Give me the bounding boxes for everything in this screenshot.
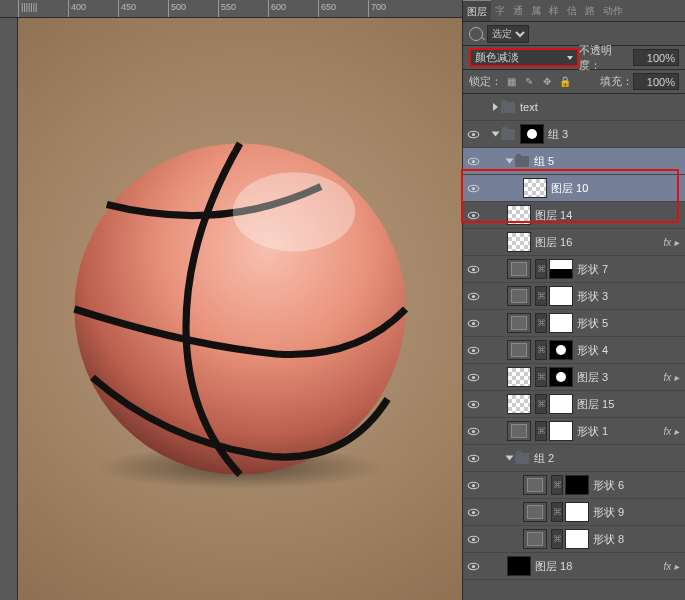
fx-badge[interactable]: fx ▸ (663, 561, 679, 572)
link-icon[interactable]: ⌘ (535, 394, 547, 414)
visibility-toggle[interactable] (463, 479, 483, 492)
fill-input[interactable]: 100% (633, 73, 679, 90)
layer-name[interactable]: 形状 5 (577, 316, 608, 331)
link-icon[interactable]: ⌘ (535, 421, 547, 441)
visibility-toggle[interactable] (463, 425, 483, 438)
layer-mask-thumb[interactable] (565, 502, 589, 522)
tab-character[interactable]: 字 (491, 0, 509, 21)
layer-mask-thumb[interactable] (549, 259, 573, 279)
layer-thumb[interactable] (507, 286, 531, 306)
visibility-toggle[interactable] (463, 182, 483, 195)
link-icon[interactable]: ⌘ (535, 259, 547, 279)
layer-name[interactable]: 形状 4 (577, 343, 608, 358)
link-icon[interactable]: ⌘ (551, 502, 563, 522)
layer-thumb[interactable] (507, 556, 531, 576)
visibility-toggle[interactable] (463, 317, 483, 330)
layer-row[interactable]: ⌘形状 8 (463, 526, 685, 553)
visibility-toggle[interactable] (463, 560, 483, 573)
layer-mask-thumb[interactable] (549, 367, 573, 387)
opacity-input[interactable]: 100% (633, 49, 679, 66)
layer-name[interactable]: 组 5 (534, 154, 554, 169)
layer-thumb[interactable] (507, 340, 531, 360)
visibility-toggle[interactable] (463, 452, 483, 465)
blend-mode-select[interactable]: 颜色减淡 (469, 48, 579, 67)
layer-row[interactable]: 组 5 (463, 148, 685, 175)
visibility-toggle[interactable] (463, 290, 483, 303)
layer-mask-thumb[interactable] (549, 421, 573, 441)
link-icon[interactable]: ⌘ (535, 286, 547, 306)
layer-thumb[interactable] (523, 502, 547, 522)
visibility-toggle[interactable] (463, 155, 483, 168)
tab-styles[interactable]: 样 (545, 0, 563, 21)
layer-thumb[interactable] (507, 232, 531, 252)
layer-name[interactable]: 图层 10 (551, 181, 588, 196)
layer-name[interactable]: 图层 3 (577, 370, 608, 385)
link-icon[interactable]: ⌘ (551, 529, 563, 549)
lock-brush-icon[interactable]: ✎ (521, 74, 537, 90)
layer-thumb[interactable] (507, 259, 531, 279)
layer-row[interactable]: ⌘形状 7 (463, 256, 685, 283)
lock-move-icon[interactable]: ✥ (539, 74, 555, 90)
layer-row[interactable]: 图层 16fx ▸ (463, 229, 685, 256)
disclosure-triangle-icon[interactable] (506, 159, 514, 164)
fx-badge[interactable]: fx ▸ (663, 237, 679, 248)
layer-row[interactable]: ⌘形状 4 (463, 337, 685, 364)
visibility-toggle[interactable] (463, 209, 483, 222)
layer-mask-thumb[interactable] (549, 286, 573, 306)
layer-name[interactable]: 形状 6 (593, 478, 624, 493)
layer-thumb[interactable] (523, 475, 547, 495)
layer-name[interactable]: text (520, 101, 538, 113)
visibility-toggle[interactable] (463, 533, 483, 546)
layer-row[interactable]: 图层 18fx ▸ (463, 553, 685, 580)
layer-name[interactable]: 形状 8 (593, 532, 624, 547)
layers-list[interactable]: text组 3组 5图层 10图层 14图层 16fx ▸⌘形状 7⌘形状 3⌘… (463, 94, 685, 600)
layer-row[interactable]: ⌘图层 15 (463, 391, 685, 418)
layer-thumb[interactable] (507, 394, 531, 414)
tab-paragraph[interactable]: 通 (509, 0, 527, 21)
layer-thumb[interactable] (523, 529, 547, 549)
visibility-toggle[interactable] (463, 371, 483, 384)
tab-info[interactable]: 信 (563, 0, 581, 21)
link-icon[interactable]: ⌘ (535, 340, 547, 360)
search-icon[interactable] (469, 27, 483, 41)
layer-row[interactable]: 组 2 (463, 445, 685, 472)
layer-row[interactable]: ⌘形状 9 (463, 499, 685, 526)
layer-name[interactable]: 图层 14 (535, 208, 572, 223)
layer-name[interactable]: 组 3 (548, 127, 568, 142)
layer-thumb[interactable] (507, 421, 531, 441)
layer-row[interactable]: ⌘形状 3 (463, 283, 685, 310)
layer-name[interactable]: 形状 3 (577, 289, 608, 304)
tab-layers[interactable]: 图层 (463, 0, 491, 21)
visibility-toggle[interactable] (463, 344, 483, 357)
visibility-toggle[interactable] (463, 128, 483, 141)
disclosure-triangle-icon[interactable] (506, 456, 514, 461)
disclosure-triangle-icon[interactable] (492, 132, 500, 137)
layer-name[interactable]: 形状 1 (577, 424, 608, 439)
link-icon[interactable]: ⌘ (535, 313, 547, 333)
tab-adjustments[interactable]: 属 (527, 0, 545, 21)
layer-row[interactable]: ⌘形状 1fx ▸ (463, 418, 685, 445)
visibility-toggle[interactable] (463, 398, 483, 411)
layer-row[interactable]: 组 3 (463, 121, 685, 148)
layer-mask-thumb[interactable] (565, 475, 589, 495)
layer-name[interactable]: 图层 18 (535, 559, 572, 574)
layer-thumb[interactable] (523, 178, 547, 198)
fx-badge[interactable]: fx ▸ (663, 372, 679, 383)
layer-mask-thumb[interactable] (549, 313, 573, 333)
tab-paths[interactable]: 路 (581, 0, 599, 21)
layer-name[interactable]: 组 2 (534, 451, 554, 466)
visibility-toggle[interactable] (463, 263, 483, 276)
disclosure-triangle-icon[interactable] (493, 103, 498, 111)
layer-thumb[interactable] (507, 367, 531, 387)
canvas[interactable] (18, 18, 462, 600)
tab-actions[interactable]: 动作 (599, 0, 627, 21)
layer-mask-thumb[interactable] (549, 340, 573, 360)
layer-name[interactable]: 图层 16 (535, 235, 572, 250)
fx-badge[interactable]: fx ▸ (663, 426, 679, 437)
visibility-toggle[interactable] (463, 506, 483, 519)
layer-name[interactable]: 图层 15 (577, 397, 614, 412)
layer-mask-thumb[interactable] (549, 394, 573, 414)
lock-all-icon[interactable]: 🔒 (557, 74, 573, 90)
layer-row[interactable]: ⌘图层 3fx ▸ (463, 364, 685, 391)
layer-mask-thumb[interactable] (520, 124, 544, 144)
